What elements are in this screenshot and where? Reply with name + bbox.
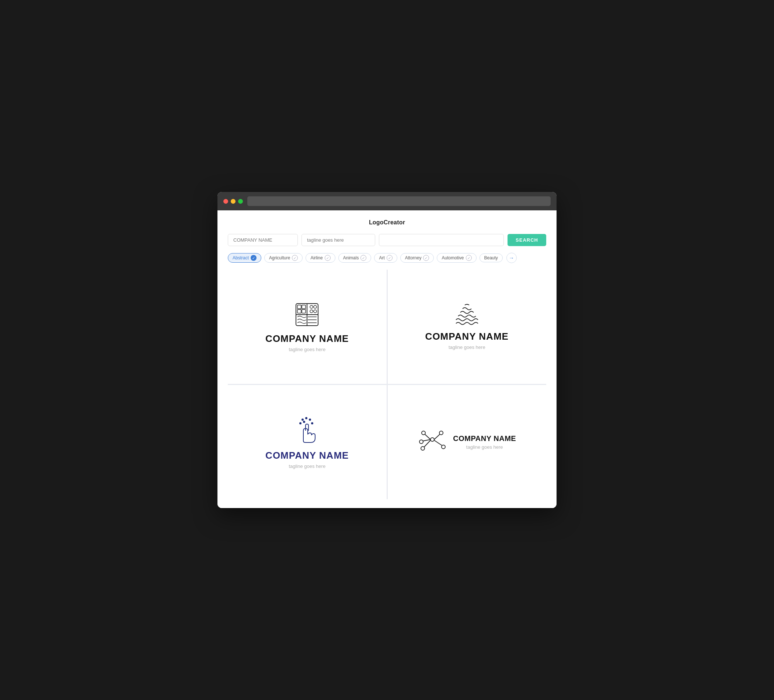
app-content: LogoCreator COMPANY NAME tagline goes he…: [217, 210, 557, 508]
svg-point-26: [421, 447, 425, 450]
svg-rect-4: [302, 305, 306, 309]
app-title: LogoCreator: [228, 219, 546, 226]
filter-attorney-label: Attorney: [405, 255, 422, 261]
maximize-button[interactable]: [238, 199, 243, 204]
svg-line-21: [425, 434, 430, 439]
logo-card-3[interactable]: COMPANY NAME tagline goes here: [228, 385, 387, 499]
filter-animals-check: ✓: [361, 255, 366, 261]
svg-rect-3: [298, 305, 301, 309]
svg-line-29: [434, 440, 442, 446]
touch-logo-icon: [292, 415, 322, 445]
filter-attorney-check: ✓: [423, 255, 429, 261]
filter-next-button[interactable]: →: [506, 253, 517, 263]
logo-4-company: COMPANY NAME: [453, 434, 516, 443]
svg-point-18: [303, 421, 305, 423]
filter-agriculture[interactable]: Agriculture ✓: [264, 253, 303, 262]
network-logo-icon: [418, 425, 447, 454]
svg-point-19: [311, 422, 313, 424]
filter-airline-label: Airline: [310, 255, 322, 261]
filter-airline-check: ✓: [325, 255, 331, 261]
svg-point-30: [442, 445, 445, 449]
filter-abstract-label: Abstract: [233, 255, 249, 261]
filter-animals-label: Animals: [343, 255, 359, 261]
browser-chrome: [217, 192, 557, 210]
logo-2-company: COMPANY NAME: [425, 331, 509, 342]
logo-card-1[interactable]: COMPANY NAME tagline goes here: [228, 270, 387, 384]
svg-rect-5: [298, 309, 301, 313]
grid-logo-icon: [294, 301, 320, 328]
filter-automotive[interactable]: Automotive ✓: [437, 253, 476, 262]
filter-attorney[interactable]: Attorney ✓: [400, 253, 434, 262]
svg-rect-6: [302, 309, 306, 313]
filter-agriculture-label: Agriculture: [269, 255, 290, 261]
logo-1-company: COMPANY NAME: [265, 333, 349, 345]
logo-1-tagline: tagline goes here: [289, 347, 326, 352]
close-button[interactable]: [223, 199, 228, 204]
svg-point-9: [310, 310, 313, 313]
filter-art-check: ✓: [387, 255, 392, 261]
filter-automotive-label: Automotive: [442, 255, 464, 261]
svg-line-27: [434, 434, 440, 439]
filter-airline[interactable]: Airline ✓: [306, 253, 335, 262]
filter-beauty-label: Beauty: [484, 255, 498, 261]
company-name-input[interactable]: COMPANY NAME: [228, 234, 298, 246]
logo-4-text-group: COMPANY NAME tagline goes here: [453, 434, 516, 450]
svg-line-23: [423, 439, 430, 441]
filter-bar: Abstract ✓ Agriculture ✓ Airline ✓ Anima…: [228, 253, 546, 263]
minimize-button[interactable]: [231, 199, 235, 204]
search-bar: COMPANY NAME tagline goes here SEARCH: [228, 234, 546, 246]
logo-grid: COMPANY NAME tagline goes here: [228, 270, 546, 499]
svg-point-10: [314, 310, 317, 313]
filter-art-label: Art: [379, 255, 384, 261]
wave-logo-icon: [454, 304, 480, 326]
svg-point-14: [301, 419, 304, 421]
logo-2-tagline: tagline goes here: [448, 345, 485, 350]
keyword-input[interactable]: [379, 234, 504, 246]
svg-point-16: [309, 419, 311, 421]
svg-point-20: [430, 438, 434, 441]
svg-point-15: [305, 417, 308, 419]
svg-point-17: [299, 422, 301, 424]
filter-beauty[interactable]: Beauty: [480, 253, 503, 262]
svg-point-8: [314, 305, 317, 309]
logo-3-company: COMPANY NAME: [265, 450, 349, 461]
svg-point-22: [422, 431, 425, 435]
logo-card-4[interactable]: COMPANY NAME tagline goes here: [388, 385, 547, 499]
filter-abstract-check: ✓: [251, 255, 256, 261]
svg-point-7: [310, 305, 313, 309]
traffic-lights: [223, 199, 243, 204]
filter-automotive-check: ✓: [466, 255, 472, 261]
svg-point-24: [419, 440, 423, 444]
address-bar[interactable]: [247, 196, 551, 206]
svg-point-28: [439, 431, 443, 435]
browser-window: LogoCreator COMPANY NAME tagline goes he…: [217, 192, 557, 508]
logo-3-tagline: tagline goes here: [289, 464, 326, 469]
logo-card-2[interactable]: COMPANY NAME tagline goes here: [388, 270, 547, 384]
filter-animals[interactable]: Animals ✓: [338, 253, 372, 262]
svg-line-25: [424, 440, 430, 447]
tagline-input[interactable]: tagline goes here: [301, 234, 375, 246]
filter-agriculture-check: ✓: [292, 255, 298, 261]
logo-4-tagline: tagline goes here: [453, 444, 516, 450]
search-button[interactable]: SEARCH: [508, 234, 546, 246]
filter-art[interactable]: Art ✓: [374, 253, 397, 262]
filter-abstract[interactable]: Abstract ✓: [228, 253, 261, 262]
